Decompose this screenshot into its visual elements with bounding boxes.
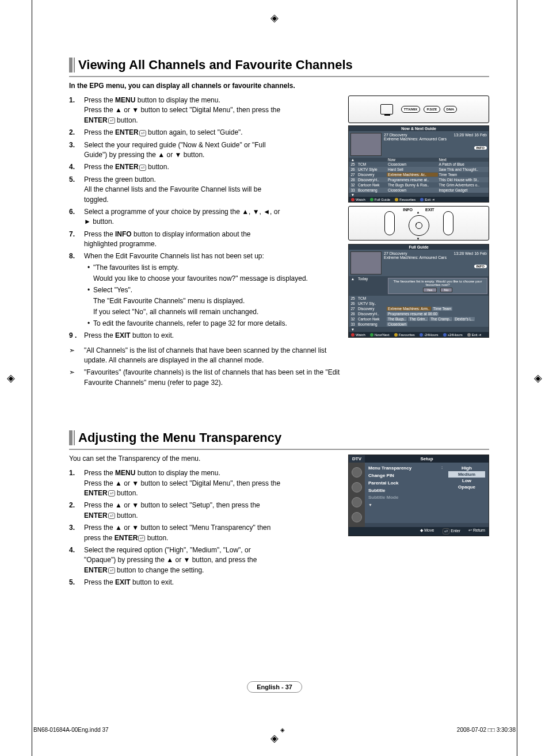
step-item: 2.Press the ▲ or ▼ button to select "Set…: [69, 501, 341, 521]
guide-row[interactable]: 28DiscoveryH..Programmes resume at..This…: [349, 177, 489, 182]
full-guide-panel: Full Guide 27 Discovery 13:28 Wed 16 Feb…: [348, 244, 489, 338]
title-underline: [69, 449, 489, 450]
page-footer: English - 37: [247, 681, 302, 693]
footer-action[interactable]: Full Guide: [370, 197, 390, 201]
epg2-channel: 27 Discovery: [384, 251, 407, 255]
step-item: 8.When the Edit Favourite Channels list …: [69, 251, 341, 329]
guide-row[interactable]: 32Cartoon NwkThe Bugs..The Grim..The Cra…: [349, 316, 489, 322]
guide-row[interactable]: 25TCMClosedownA Patch of Blue: [349, 162, 489, 167]
menu-category-icon[interactable]: [352, 512, 362, 522]
transparency-option[interactable]: Low: [448, 478, 485, 484]
crop-mark-left-icon: ◈: [7, 372, 15, 384]
guide-row[interactable]: 33BoomerangClosedown: [349, 322, 489, 327]
footer-action[interactable]: +24Hours: [443, 333, 463, 337]
dpad[interactable]: ▲ ▼ i: [401, 212, 437, 239]
epg1-programme: Extreme Machines: Armoured Cars: [384, 137, 487, 141]
trim-line: [517, 0, 517, 756]
crop-mark-bottom-icon: ◈: [270, 732, 279, 744]
section1-steps: 1.Press the MENU button to display the m…: [69, 96, 341, 341]
step-item: 4.Select the required option ("High", "M…: [69, 545, 341, 575]
epg2-time: 13:28 Wed 16 Feb: [454, 251, 487, 255]
menu-category-icon[interactable]: [352, 467, 362, 478]
epg1-time: 13:28 Wed 16 Feb: [454, 133, 487, 137]
footer-action[interactable]: Watch: [351, 333, 365, 337]
no-button[interactable]: No: [440, 288, 453, 292]
col-now-label: Now: [387, 158, 438, 162]
section1-intro: In the EPG menu, you can display all cha…: [69, 82, 489, 90]
menu-category-icon[interactable]: [352, 482, 362, 492]
note-item: ➣"Favourites" (favourite channels) is th…: [69, 368, 341, 388]
today-label: Today: [357, 277, 387, 295]
setup-item[interactable]: Subtitle: [368, 487, 438, 495]
psize-button[interactable]: P.SIZE: [424, 106, 440, 113]
footer-action[interactable]: Now/Next: [370, 333, 390, 337]
transparency-option[interactable]: Medium: [448, 471, 485, 478]
step-item: 5.Press the EXIT button to exit.: [69, 578, 341, 587]
info-arc-label: INFO: [403, 208, 413, 212]
epg1-title: Now & Next Guide: [349, 126, 489, 131]
transparency-option[interactable]: Opaque: [448, 484, 485, 490]
info-pill[interactable]: INFO: [474, 265, 487, 268]
epg1-channel: 27 Discovery: [384, 133, 407, 137]
vol-rocker[interactable]: [384, 211, 395, 235]
crop-mark-top-icon: ◈: [270, 12, 279, 24]
dma-button[interactable]: DMA: [444, 106, 458, 113]
guide-row[interactable]: 32Cartoon NwkThe Bugs Bunny & Roa..The G…: [349, 182, 489, 188]
return-hint: ↩ Return: [468, 528, 485, 534]
ttx-mix-button[interactable]: TTX/MIX: [401, 106, 421, 113]
transparency-option[interactable]: High: [448, 465, 485, 471]
guide-row[interactable]: 26UKTV StyleHard SellSaw This and Though…: [349, 167, 489, 172]
preview-thumb-icon: [350, 251, 382, 274]
guide-row[interactable]: 27DiscoveryExtreme Machines: Ar..Time Te…: [349, 172, 489, 177]
crop-mark-right-icon: ◈: [534, 372, 542, 384]
dtv-setup-panel: DTV Setup Menu Tr: [348, 455, 489, 536]
menu-category-icon[interactable]: [352, 497, 362, 507]
guide-row[interactable]: 28DiscoveryH..Programmes resume at 06:00: [349, 311, 489, 316]
step-item: 3.Press the ▲ or ▼ button to select "Men…: [69, 523, 341, 543]
page-number-pill: English - 37: [247, 681, 302, 693]
section-title-viewing-channels: Viewing All Channels and Favourite Chann…: [69, 58, 489, 72]
footer-action[interactable]: Exit ⇥: [467, 333, 482, 337]
preview-thumb-icon: [350, 133, 382, 156]
setup-item[interactable]: Menu Transparency: [368, 465, 438, 472]
scroll-up-icon[interactable]: [349, 277, 357, 295]
transparency-options: HighMediumLowOpaque: [448, 465, 485, 509]
title-underline: [69, 76, 489, 77]
step-item: 2.Press the ENTER⏎ button again, to sele…: [69, 128, 341, 138]
setup-item[interactable]: Parental Lock: [368, 480, 438, 487]
setup-item-disabled: Subtitle Mode: [368, 494, 438, 502]
section2-steps: 1.Press the MENU button to display the m…: [69, 468, 341, 587]
move-hint: ◆ Move: [420, 528, 434, 534]
step-item: 1.Press the MENU button to display the m…: [69, 468, 341, 498]
ch-rocker[interactable]: [443, 211, 453, 235]
footer-action[interactable]: Favourites: [394, 333, 415, 337]
footer-action[interactable]: Exit ⇥: [420, 197, 434, 201]
step-item: 6.Select a programme of your choice by p…: [69, 207, 341, 227]
footer-action[interactable]: Watch: [351, 197, 365, 201]
footer-action[interactable]: -24Hours: [420, 333, 439, 337]
scroll-down-icon[interactable]: [349, 327, 357, 331]
now-next-guide-panel: Now & Next Guide 27 Discovery 13:28 Wed …: [348, 125, 489, 203]
enter-hint: ⏎ Enter: [442, 528, 460, 534]
more-items-icon: [368, 502, 438, 509]
scroll-down-icon[interactable]: [349, 193, 357, 197]
scroll-up-icon[interactable]: [349, 158, 357, 162]
info-pill[interactable]: INFO: [474, 146, 487, 150]
setup-tab[interactable]: Setup: [365, 455, 489, 463]
guide-row[interactable]: 33BoomerangClosedownInspector Gadget: [349, 188, 489, 193]
guide-row[interactable]: 27DiscoveryExtreme Machines: Arm..Time T…: [349, 306, 489, 311]
section2-intro: You can set the Transparency of the menu…: [69, 455, 341, 463]
step-item: 9 .Press the EXIT button to exit.: [69, 331, 341, 341]
guide-row[interactable]: 26UKTV Sty..: [349, 301, 489, 306]
dtv-tab[interactable]: DTV: [349, 455, 365, 463]
footer-action[interactable]: Favourites: [395, 197, 415, 201]
step-item: 4.Press the ENTER⏎ button.: [69, 162, 341, 172]
remote-button-row: TTX/MIX P.SIZE DMA: [348, 96, 489, 123]
remote-dpad-row: INFO EXIT ▲ ▼ i: [348, 206, 489, 240]
setup-item[interactable]: Change PIN: [368, 472, 438, 480]
indd-filename: BN68-01684A-00Eng.indd 37: [33, 727, 109, 733]
step-item: 3.Select the your required guide ("Now &…: [69, 140, 341, 161]
step-item: 7.Press the INFO button to display infor…: [69, 230, 341, 250]
guide-row[interactable]: 25TCM: [349, 296, 489, 301]
yes-button[interactable]: Yes: [423, 288, 437, 292]
